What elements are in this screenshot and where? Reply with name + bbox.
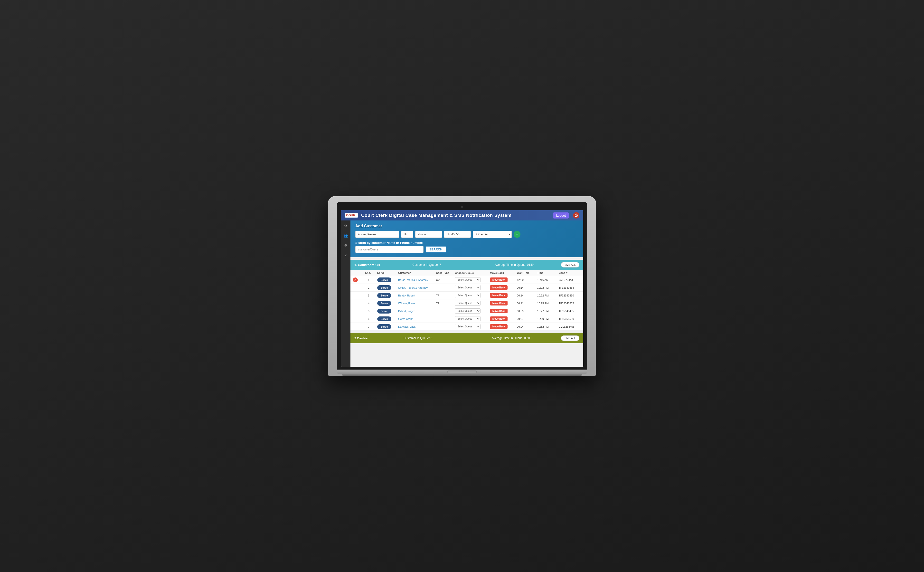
serve-button[interactable]: Serve — [377, 277, 391, 282]
courtroom101-table: Sno. Serve Customer Case Type Change Que… — [351, 270, 583, 331]
move-back-cell: Move Back — [488, 284, 515, 292]
col-time: Time — [535, 270, 556, 276]
change-queue-select[interactable]: Select Queue — [455, 277, 480, 282]
cashier-count: Customer in Queue: 3 — [374, 336, 463, 340]
customer-cell: Smith, Robert & Attorney — [396, 284, 433, 292]
col-moveback: Move Back — [488, 270, 515, 276]
change-queue-cell: Select Queue — [452, 292, 488, 299]
wait-time-cell: 00:14 — [514, 284, 534, 292]
serve-button[interactable]: Serve — [377, 293, 391, 298]
time-cell: 10:25 PM — [535, 299, 556, 307]
queue-select[interactable]: 2.Cashier 1.Courtroom 101 — [473, 231, 512, 238]
tf-input[interactable] — [401, 231, 413, 238]
case-num-cell: TF32340330 — [556, 292, 583, 299]
customer-link[interactable]: Getty, Grant — [398, 317, 413, 320]
sidebar-config-icon[interactable]: ⚙ — [343, 242, 348, 248]
time-cell: 10:32 PM — [535, 323, 556, 331]
camera — [461, 206, 463, 208]
search-input[interactable] — [355, 246, 424, 253]
col-customer: Customer — [396, 270, 433, 276]
sidebar-settings-icon[interactable]: ⚙ — [343, 223, 348, 229]
customer-cell: William, Frank — [396, 299, 433, 307]
row-sno: 2 — [363, 284, 375, 292]
move-back-button[interactable]: Move Back — [490, 293, 508, 298]
move-back-cell: Move Back — [488, 323, 515, 331]
serve-cell: Serve — [375, 323, 396, 331]
main-layout: ⚙ 👥 ⚙ ? Add Customer — [341, 221, 583, 367]
row-sno: 7 — [363, 323, 375, 331]
change-queue-select[interactable]: Select Queue — [455, 301, 480, 306]
customer-link[interactable]: Karwack, Jack — [398, 325, 416, 328]
serve-button[interactable]: Serve — [377, 309, 391, 314]
col-delete — [351, 270, 363, 276]
cashier-sms-all-button[interactable]: SMS ALL — [561, 336, 579, 341]
case-type-cell: TF — [433, 284, 452, 292]
change-queue-select[interactable]: Select Queue — [455, 293, 480, 298]
power-button[interactable]: ⏻ — [573, 212, 579, 219]
change-queue-select[interactable]: Select Queue — [455, 324, 480, 329]
customer-name-input[interactable] — [355, 231, 399, 238]
serve-button[interactable]: Serve — [377, 316, 391, 321]
serve-cell: Serve — [375, 284, 396, 292]
change-queue-select[interactable]: Select Queue — [455, 285, 480, 290]
add-customer-inputs: 2.Cashier 1.Courtroom 101 + — [355, 231, 578, 238]
col-sno: Sno. — [363, 270, 375, 276]
move-back-button[interactable]: Move Back — [490, 324, 508, 329]
change-queue-select[interactable]: Select Queue — [455, 308, 480, 314]
row-sno: 4 — [363, 299, 375, 307]
screen-bezel: COURT Court Clerk Digital Case Managemen… — [337, 202, 587, 370]
case-type-cell: TF — [433, 323, 452, 331]
sidebar-help-icon[interactable]: ? — [344, 252, 348, 258]
time-cell: 10:22 PM — [535, 292, 556, 299]
case-input[interactable] — [444, 231, 471, 238]
courtroom101-avgtime: Average Time in Queue: 01:54 — [473, 263, 556, 266]
laptop-frame: COURT Court Clerk Digital Case Managemen… — [328, 196, 596, 376]
search-label: Search by customer Name or Phone number: — [355, 241, 578, 245]
courtroom101-name: 1. Courtroom 101 — [354, 263, 380, 267]
change-queue-cell: Select Queue — [452, 299, 488, 307]
customer-link[interactable]: William, Frank — [398, 302, 415, 305]
case-type-cell: TF — [433, 307, 452, 315]
col-serve: Serve — [375, 270, 396, 276]
courtroom101-sms-all-button[interactable]: SMS ALL — [561, 262, 579, 267]
serve-button[interactable]: Serve — [377, 301, 391, 306]
move-back-button[interactable]: Move Back — [490, 277, 508, 282]
logout-button[interactable]: Logout — [553, 213, 569, 219]
delete-button[interactable]: ✕ — [353, 277, 358, 282]
col-casenum: Case # — [556, 270, 583, 276]
content-area: Add Customer 2.Cashier 1.Courtroom 101 + — [351, 221, 583, 367]
screen: COURT Court Clerk Digital Case Managemen… — [341, 210, 583, 367]
customer-cell: Beatty, Robert — [396, 292, 433, 299]
serve-button[interactable]: Serve — [377, 324, 391, 329]
table-row: 3ServeBeatty, RobertTFSelect QueueMove B… — [351, 292, 583, 299]
case-type-cell: TF — [433, 299, 452, 307]
customer-link[interactable]: Smith, Robert & Attorney — [398, 286, 428, 289]
sidebar-users-icon[interactable]: 👥 — [343, 233, 349, 238]
customer-link[interactable]: Barge, Marcia & Attorney — [398, 278, 428, 281]
serve-button[interactable]: Serve — [377, 285, 391, 290]
customer-link[interactable]: Beatty, Robert — [398, 294, 415, 297]
case-type-cell: TF — [433, 315, 452, 323]
table-row: 4ServeWilliam, FrankTFSelect QueueMove B… — [351, 299, 583, 307]
courtroom101-count: Customer in Queue: 7 — [385, 263, 468, 266]
serve-cell: Serve — [375, 292, 396, 299]
move-back-button[interactable]: Move Back — [490, 285, 508, 290]
change-queue-cell: Select Queue — [452, 315, 488, 323]
serve-cell: Serve — [375, 299, 396, 307]
add-customer-button[interactable]: + — [514, 231, 520, 238]
row-sno: 1 — [363, 276, 375, 284]
change-queue-select[interactable]: Select Queue — [455, 316, 480, 321]
row-sno: 5 — [363, 307, 375, 315]
search-button[interactable]: SEARCH — [426, 246, 446, 253]
serve-cell: Serve — [375, 276, 396, 284]
cashier-name: 2.Cashier — [354, 336, 369, 340]
move-back-cell: Move Back — [488, 292, 515, 299]
move-back-button[interactable]: Move Back — [490, 309, 508, 313]
phone-input[interactable] — [415, 231, 442, 238]
change-queue-cell: Select Queue — [452, 284, 488, 292]
add-customer-section: Add Customer 2.Cashier 1.Courtroom 101 + — [351, 221, 583, 257]
move-back-button[interactable]: Move Back — [490, 316, 508, 321]
move-back-button[interactable]: Move Back — [490, 301, 508, 306]
customer-link[interactable]: Dilbert, Roger — [398, 309, 415, 312]
col-changequeue: Change Queue — [452, 270, 488, 276]
